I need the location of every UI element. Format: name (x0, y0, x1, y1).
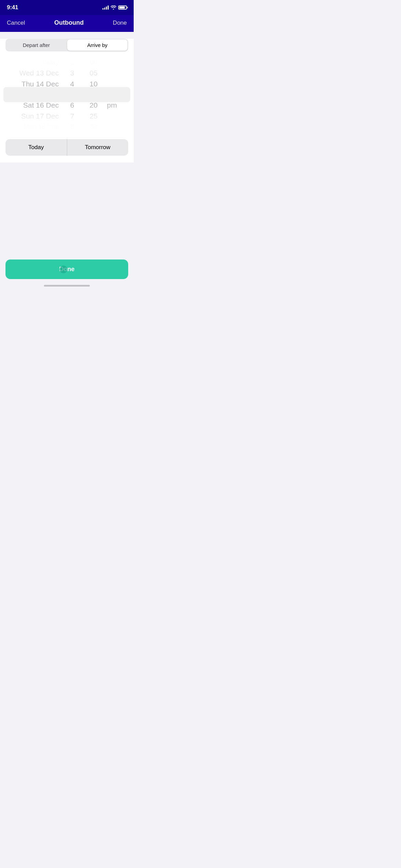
picker-hour-item: 2 (61, 57, 83, 68)
status-time: 9:41 (7, 4, 18, 11)
picker-minute-item: 30 (83, 122, 104, 132)
status-bar: 9:41 (0, 0, 134, 15)
picker-selection-highlight (3, 87, 130, 102)
content-section: Depart after Arrive by Today Wed 13 Dec … (0, 39, 134, 162)
done-button[interactable]: Done (5, 260, 128, 279)
picker-hour-item: 7 (61, 111, 83, 121)
nav-title: Outbound (54, 19, 84, 26)
picker-minute-item: 25 (83, 111, 104, 121)
picker-date-item: Sun 17 Dec (0, 111, 59, 121)
picker-date-item: Today (0, 57, 59, 68)
picker-ampm-item (107, 111, 134, 121)
home-indicator (44, 285, 90, 287)
wifi-icon (111, 5, 116, 10)
arrive-by-button[interactable]: Arrive by (67, 39, 127, 51)
picker-hour-item: 3 (61, 68, 83, 78)
quick-date-buttons: Today Tomorrow (5, 139, 128, 156)
nav-bar: Cancel Outbound Done (0, 15, 134, 32)
picker-ampm-item (107, 122, 134, 132)
depart-after-button[interactable]: Depart after (6, 39, 66, 51)
picker-date-item: Mon 18 Dec (0, 122, 59, 132)
done-button-decoration (60, 266, 67, 273)
picker-minute-item: 05 (83, 68, 104, 78)
status-icons (102, 5, 127, 10)
picker-ampm-item (107, 57, 134, 68)
cancel-button[interactable]: Cancel (7, 20, 25, 26)
nav-done-button[interactable]: Done (113, 20, 127, 26)
tomorrow-button[interactable]: Tomorrow (67, 139, 129, 156)
today-button[interactable]: Today (5, 139, 67, 156)
picker-minute-item: 00 (83, 57, 104, 68)
picker-ampm-item (107, 68, 134, 78)
battery-icon (118, 5, 127, 10)
time-picker[interactable]: Today Wed 13 Dec Thu 14 Dec Fri 15 Dec S… (0, 57, 134, 132)
picker-date-item: Wed 13 Dec (0, 68, 59, 78)
picker-hour-item: 8 (61, 122, 83, 132)
done-button-container: Done (5, 260, 128, 279)
signal-icon (102, 5, 109, 10)
segment-control: Depart after Arrive by (5, 39, 128, 51)
